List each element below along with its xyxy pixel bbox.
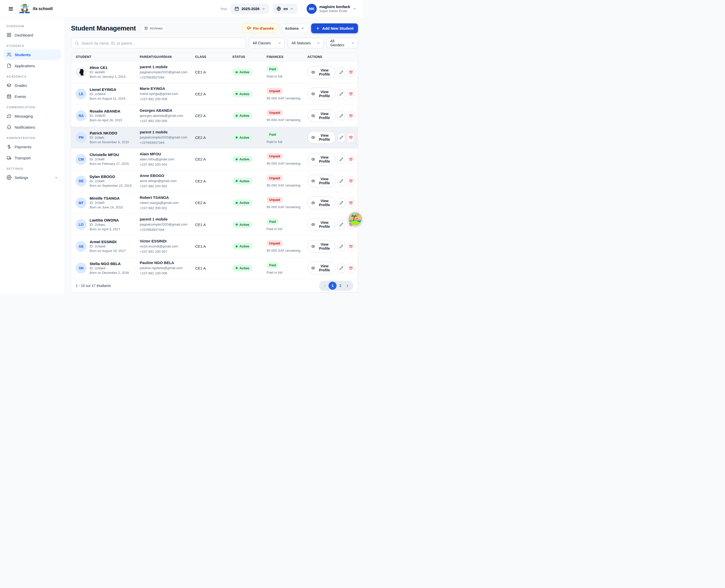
filter-statuses[interactable]: All Statuses — [288, 38, 324, 48]
archives-button[interactable]: Archives — [141, 24, 167, 32]
parent-phone: +237 692 200 001 — [140, 205, 190, 211]
student-id: ID: 2c9af8 — [90, 157, 129, 162]
status-dot-icon — [236, 71, 237, 73]
users-icon — [6, 52, 12, 57]
view-profile-button[interactable]: View Profile — [307, 66, 335, 79]
view-profile-button[interactable]: View Profile — [307, 218, 335, 231]
menu-icon[interactable] — [6, 4, 15, 13]
status-dot-icon — [236, 115, 237, 117]
edit-button[interactable] — [337, 198, 345, 207]
filter-genders[interactable]: All Genders — [327, 38, 358, 48]
table-row[interactable]: SN Stella NGO BELA ID: 2c9ae4 Born on De… — [71, 257, 358, 279]
delete-button[interactable] — [347, 264, 355, 273]
user-menu[interactable]: MK magloire kenfack Super Admin École — [307, 4, 356, 14]
delete-button[interactable] — [347, 241, 355, 251]
fin-annee-label: Fin d'année — [253, 26, 274, 30]
parent-email: pauline.ngobela@gmail.com — [140, 265, 190, 271]
chevron-down-icon — [301, 26, 304, 30]
edit-button[interactable] — [337, 176, 345, 186]
table-body: élève CE1 ID: aedaf4 Born on January 1, … — [71, 61, 358, 279]
student-birthdate: Born on August 19, 2017 — [90, 249, 126, 253]
year-value: 2025-2026 — [242, 6, 260, 11]
edit-button[interactable] — [337, 241, 345, 251]
sidebar-item-students[interactable]: Students — [3, 49, 61, 60]
delete-button[interactable] — [347, 67, 355, 77]
sidebar-item-applications[interactable]: Applications — [3, 60, 61, 71]
delete-button[interactable] — [347, 176, 355, 186]
table-row[interactable]: LO Laetitia OWONA ID: 2c9aec Born on Apr… — [71, 214, 358, 236]
pagination-summary: 1 - 10 sur 17 étudiants — [76, 284, 111, 288]
table-row[interactable]: DE Dylan EBOGO ID: 2c9af4 Born on Septem… — [71, 170, 358, 192]
eye-icon — [311, 114, 315, 118]
table-row[interactable]: AE Armel ESSINDI ID: 2c9ae8 Born on Augu… — [71, 236, 358, 257]
view-profile-button[interactable]: View Profile — [307, 153, 335, 166]
status-badge: Active — [232, 265, 252, 272]
parent-name: Marie EYINGA — [140, 86, 190, 91]
chevron-left-icon[interactable] — [322, 282, 328, 289]
calendar-icon — [234, 6, 239, 11]
add-new-student-button[interactable]: Add New Student — [311, 23, 358, 33]
column-status: STATUS — [228, 52, 262, 61]
student-name: Christelle MFOU — [90, 152, 129, 157]
view-profile-button[interactable]: View Profile — [307, 262, 335, 274]
edit-button[interactable] — [337, 111, 345, 120]
edit-button[interactable] — [337, 133, 345, 142]
edit-button[interactable] — [337, 154, 345, 164]
search-input[interactable] — [81, 41, 242, 45]
table-row[interactable]: RA Rosalie ABANDA ID: 2c9b00 Born on Apr… — [71, 105, 358, 127]
chevron-down-icon — [353, 7, 356, 10]
delete-button[interactable] — [347, 198, 355, 207]
actions-button[interactable]: Actions — [281, 24, 308, 33]
delete-button[interactable] — [347, 89, 355, 99]
view-profile-button[interactable]: View Profile — [307, 196, 335, 209]
sidebar-item-dashboard[interactable]: Dashboard — [3, 30, 61, 40]
eye-icon — [311, 223, 315, 227]
table-row[interactable]: MT Mireille TSANGA ID: 2c9af0 Born on Ju… — [71, 192, 358, 214]
sidebar-item-label: Transport — [15, 156, 31, 160]
table-row[interactable]: élève CE1 ID: aedaf4 Born on January 1, … — [71, 61, 358, 83]
sidebar-item-label: Events — [15, 94, 26, 99]
sidebar-item-transport[interactable]: Transport — [3, 152, 61, 163]
fin-annee-button[interactable]: Fin d'année — [242, 23, 278, 33]
table-row[interactable]: LE Lionel EYINGA ID: 2c9b04 Born on Augu… — [71, 83, 358, 105]
actions-label: Actions — [285, 26, 299, 30]
parent-name: parent 1 mobile — [140, 64, 190, 69]
sidebar-item-events[interactable]: Events — [3, 91, 61, 102]
sidebar-item-grades[interactable]: Grades — [3, 80, 61, 91]
student-name: élève CE1 — [90, 65, 125, 70]
finance-badge: Unpaid — [267, 240, 283, 247]
view-profile-button[interactable]: View Profile — [307, 88, 335, 100]
view-profile-button[interactable]: View Profile — [307, 240, 335, 253]
student-class: CE2 A — [190, 157, 228, 161]
view-profile-button[interactable]: View Profile — [307, 131, 335, 144]
sidebar-item-messaging[interactable]: Messaging — [3, 111, 61, 121]
vacation-floating-button[interactable] — [348, 212, 362, 226]
sidebar-item-notifications[interactable]: Notifications — [3, 122, 61, 132]
student-birthdate: Born on December 2, 2016 — [90, 271, 129, 275]
table-row[interactable]: PN Patrick NKODO ID: 2c9afc Born on Nove… — [71, 127, 358, 149]
edit-button[interactable] — [337, 264, 345, 273]
sidebar-section-label: SETTINGS — [3, 166, 61, 172]
view-profile-button[interactable]: View Profile — [307, 175, 335, 187]
filter-classes[interactable]: All Classes — [249, 38, 285, 48]
edit-button[interactable] — [337, 89, 345, 99]
edit-button[interactable] — [337, 220, 345, 229]
sidebar-item-settings[interactable]: Settings — [3, 172, 61, 183]
view-profile-button[interactable]: View Profile — [307, 109, 335, 122]
language-select[interactable]: en — [273, 4, 297, 14]
page-button-2[interactable]: 2 — [337, 282, 344, 289]
year-select[interactable]: 2025-2026 — [231, 4, 269, 14]
table-row[interactable]: CM Christelle MFOU ID: 2c9af8 Born on Fe… — [71, 148, 358, 170]
student-class: CE2 A — [190, 201, 228, 205]
chevron-right-icon[interactable] — [344, 282, 351, 289]
delete-button[interactable] — [347, 111, 355, 120]
sidebar-item-payments[interactable]: Payments — [3, 142, 61, 152]
delete-button[interactable] — [347, 154, 355, 164]
parent-name: Georges ABANDA — [140, 108, 190, 113]
page-button-1[interactable]: 1 — [329, 282, 336, 290]
delete-button[interactable] — [347, 133, 355, 142]
sidebar-section: ADMINISTRATIONPaymentsTransport — [3, 135, 61, 163]
edit-button[interactable] — [337, 67, 345, 77]
parent-email: paypalcompte2020@gmail.com — [140, 69, 190, 75]
parent-email: anne.ebogo@gmail.com — [140, 178, 190, 184]
